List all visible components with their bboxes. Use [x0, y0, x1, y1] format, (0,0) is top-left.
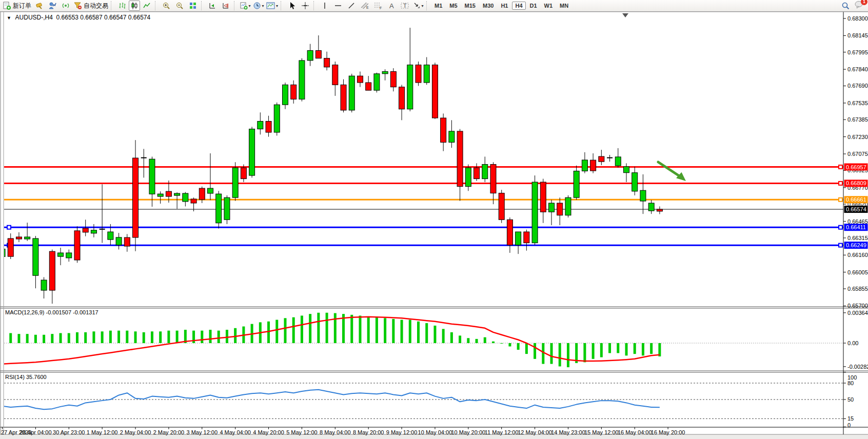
- svg-text:0.66957: 0.66957: [846, 164, 866, 170]
- macd-hist-bar: [542, 343, 544, 364]
- line-chart-type-button[interactable]: [140, 1, 153, 11]
- new-chart-button[interactable]: ▾: [239, 1, 252, 11]
- macd-hist-bar: [301, 315, 303, 343]
- template-icon: [266, 2, 275, 10]
- timeframe-group: M1M5M15M30H1H4D1W1MN: [431, 2, 572, 10]
- hline-handle[interactable]: [839, 226, 842, 229]
- templates-button[interactable]: ▾: [265, 1, 279, 11]
- axis-tick-label: 0.66315: [847, 235, 868, 241]
- channel-tool-button[interactable]: E: [358, 1, 371, 11]
- timeframe-m1-button[interactable]: M1: [431, 2, 445, 10]
- timeframe-w1-button[interactable]: W1: [541, 2, 556, 10]
- macd-indicator-label: MACD(12,26,9) -0.001507 -0.001317: [5, 309, 98, 315]
- text-tool-button[interactable]: A: [385, 1, 398, 11]
- periods-button[interactable]: ▾: [252, 1, 265, 11]
- new-order-button[interactable]: 新订单: [2, 1, 32, 11]
- axis-tick-label: 0.67385: [847, 116, 868, 123]
- chat-button[interactable]: 1: [855, 1, 864, 11]
- chart-title-caret-icon[interactable]: ▼: [7, 15, 11, 21]
- zoom-in-icon: [162, 2, 171, 10]
- gavel-button[interactable]: [32, 1, 46, 11]
- search-icon[interactable]: [841, 2, 850, 10]
- timeframe-m30-button[interactable]: M30: [480, 2, 497, 10]
- axis-tick-label: 15: [847, 415, 854, 422]
- vertical-line-tool-button[interactable]: [318, 1, 331, 11]
- macd-hist-bar: [51, 334, 53, 343]
- candle: [224, 195, 230, 224]
- macd-hist-bar: [592, 343, 595, 359]
- chart-shift-button[interactable]: [219, 1, 232, 11]
- macd-hist-bar: [484, 337, 486, 343]
- macd-hist-bar: [559, 343, 561, 366]
- channel-icon: E: [360, 2, 369, 10]
- trendline-tool-button[interactable]: [345, 1, 358, 11]
- signal-button[interactable]: [59, 1, 72, 11]
- hline-handle[interactable]: [7, 226, 11, 229]
- zoom-out-button[interactable]: [173, 1, 186, 11]
- market-watch-button[interactable]: [46, 1, 59, 11]
- timeframe-m5-button[interactable]: M5: [446, 2, 460, 10]
- bar-chart-icon: [118, 2, 126, 10]
- macd-hist-bar: [167, 331, 170, 343]
- auto-scroll-button[interactable]: [206, 1, 219, 11]
- svg-text:0.66809: 0.66809: [846, 180, 866, 186]
- macd-hist-bar: [617, 343, 619, 353]
- hline-handle[interactable]: [839, 182, 842, 185]
- chart-close-value: 0.66574: [128, 14, 150, 21]
- zoom-out-icon: [175, 2, 184, 10]
- timeframe-d1-button[interactable]: D1: [527, 2, 540, 10]
- axis-tick-label: -0.002824: [847, 364, 868, 370]
- macd-hist-bar: [608, 343, 611, 353]
- toolbar-separator: [234, 1, 236, 10]
- hline-handle[interactable]: [839, 165, 842, 169]
- macd-hist-bar: [234, 328, 236, 343]
- macd-hist-bar: [433, 326, 436, 343]
- price-badge: 0.66809: [844, 179, 868, 187]
- axis-tick-label: 0.00: [847, 340, 858, 346]
- horizontal-line-tool-button[interactable]: [331, 1, 345, 11]
- zoom-in-button[interactable]: [160, 1, 173, 11]
- auto-scroll-icon: [208, 2, 216, 10]
- chart-area[interactable]: 0.683000.681450.679950.678400.676900.675…: [0, 12, 868, 439]
- macd-hist-bar: [417, 322, 420, 343]
- timeframe-mn-button[interactable]: MN: [557, 2, 571, 10]
- toolbar-separator: [313, 1, 316, 10]
- timeframe-h1-button[interactable]: H1: [498, 2, 511, 10]
- text-label-tool-button[interactable]: T: [398, 1, 411, 11]
- macd-name: MACD(12,26,9): [5, 309, 44, 315]
- macd-hist-bar: [84, 332, 87, 343]
- svg-text:0.66249: 0.66249: [846, 242, 866, 248]
- macd-hist-bar: [625, 343, 628, 355]
- axis-tick-label: 0.68300: [847, 15, 868, 22]
- crosshair-tool-button[interactable]: [299, 1, 312, 11]
- market-watch-icon: [48, 2, 56, 10]
- time-axis-label: 8 May 04:00: [320, 429, 351, 435]
- macd-hist-bar: [117, 331, 120, 343]
- notification-badge: 1: [861, 0, 867, 5]
- tile-windows-button[interactable]: [186, 1, 200, 11]
- hline-handle[interactable]: [839, 198, 842, 202]
- rsi-value: 35.7600: [26, 374, 47, 380]
- new-order-label: 新订单: [13, 2, 31, 10]
- cursor-tool-button[interactable]: [285, 1, 299, 11]
- auto-trading-button[interactable]: 自动交易: [72, 1, 109, 11]
- macd-hist-bar: [76, 332, 78, 343]
- macd-hist-bar: [134, 331, 137, 343]
- timeframe-m15-button[interactable]: M15: [462, 2, 479, 10]
- fibonacci-tool-button[interactable]: F: [371, 1, 385, 11]
- candle-chart-type-button[interactable]: [129, 1, 140, 11]
- clock-icon: [253, 2, 261, 10]
- axis-tick-label: 0.67840: [847, 66, 868, 72]
- timeframe-h4-button[interactable]: H4: [512, 2, 525, 10]
- macd-hist-bar: [68, 333, 70, 343]
- arrows-tool-button[interactable]: ▾: [411, 1, 425, 11]
- new-order-icon: [3, 2, 11, 10]
- axis-tick-label: 50: [847, 396, 854, 403]
- macd-hist-bar: [17, 334, 20, 343]
- macd-hist-bar: [309, 314, 311, 343]
- macd-hist-bar: [367, 316, 370, 343]
- hline-handle[interactable]: [839, 244, 842, 247]
- axis-tick-label: 0.67535: [847, 100, 868, 106]
- bar-chart-type-button[interactable]: [115, 1, 129, 11]
- candle: [532, 175, 538, 245]
